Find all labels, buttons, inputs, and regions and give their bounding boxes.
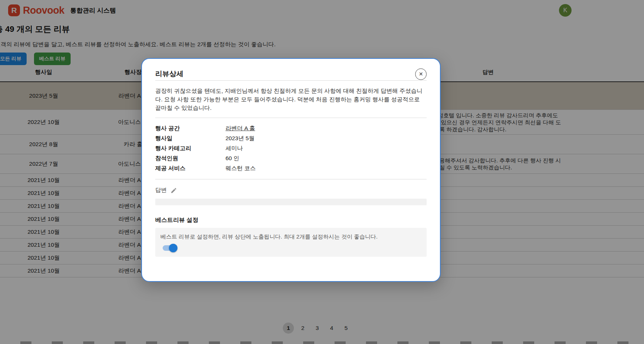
review-body-text: 굉장히 귀찮으셨을 텐데도, 지배인님께서 항상 친절하게 모든 문의 사항에 … [155,87,427,112]
modal-title: 리뷰상세 [155,69,183,79]
modal-header: 리뷰상세 ✕ [155,59,427,80]
divider [155,118,427,118]
field-row-event-date: 행사일 2023년 5월 [155,134,427,144]
field-row-attendees: 참석인원 60 인 [155,154,427,163]
field-label: 제공 서비스 [155,165,226,172]
reply-section-header: 답변 [155,186,427,194]
best-review-description: 베스트 리뷰로 설정하면, 리뷰 상단에 노출됩니다. 최대 2개를 설정하시는… [160,233,421,240]
field-row-venue: 행사 공간 라벤더 A 홀 [155,124,427,134]
field-value: 60 인 [226,155,239,162]
field-label: 참석인원 [155,155,226,162]
reply-label: 답변 [155,186,167,194]
field-value: 세미나 [226,145,243,152]
field-value: 웨스턴 코스 [226,165,256,172]
field-value: 2023년 5월 [226,135,254,142]
best-review-box: 베스트 리뷰로 설정하면, 리뷰 상단에 노출됩니다. 최대 2개를 설정하시는… [155,228,427,257]
field-label: 행사 카테고리 [155,145,226,152]
field-label: 행사 공간 [155,125,226,132]
field-row-service: 제공 서비스 웨스턴 코스 [155,163,427,173]
best-review-heading: 베스트리뷰 설정 [155,216,427,224]
review-detail-fields: 행사 공간 라벤더 A 홀 행사일 2023년 5월 행사 카테고리 세미나 참… [155,124,427,173]
reply-input[interactable] [155,199,427,205]
field-row-category: 행사 카테고리 세미나 [155,144,427,154]
venue-link[interactable]: 라벤더 A 홀 [226,125,255,132]
divider [155,179,427,179]
review-detail-modal: 리뷰상세 ✕ 굉장히 귀찮으셨을 텐데도, 지배인님께서 항상 친절하게 모든 … [141,58,441,282]
close-icon[interactable]: ✕ [415,68,427,80]
edit-pencil-icon[interactable] [170,187,177,194]
toggle-knob [169,244,177,252]
best-review-toggle[interactable] [163,245,176,251]
divider [155,80,427,81]
field-label: 행사일 [155,135,226,142]
